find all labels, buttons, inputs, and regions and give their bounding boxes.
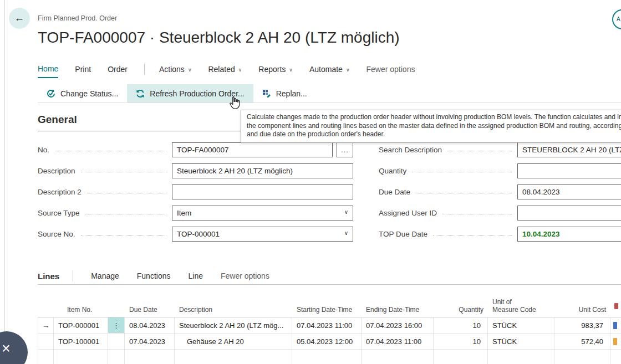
dotted-leader (447, 151, 512, 151)
lines-fewer-options-link[interactable]: Fewer options (221, 271, 269, 280)
cell-item-no[interactable]: TOP-000001 (54, 317, 108, 334)
ribbon-menu: Home Print Order Actions∨ Related∨ Repor… (38, 64, 431, 78)
assigned-user-label: Assigned User ID (379, 209, 437, 217)
lines-menu-manage[interactable]: Manage (91, 271, 119, 280)
tab-print[interactable]: Print (75, 65, 91, 78)
header-unit-cost[interactable]: Unit Cost (554, 297, 610, 317)
dotted-leader (87, 193, 166, 193)
description-field[interactable] (172, 163, 353, 178)
row-selected-icon: → (38, 317, 54, 334)
header-item-no[interactable]: Item No. (54, 297, 108, 317)
dotted-leader (55, 151, 166, 151)
cell-due-date[interactable]: 07.04.2023 (125, 334, 175, 350)
search-description-field[interactable] (517, 142, 621, 157)
cell-ending[interactable]: 07.04.2023 11:00 (362, 334, 434, 350)
header-starting[interactable]: Starting Date-Time (292, 297, 362, 317)
refresh-tooltip: Calculate changes made to the production… (241, 110, 621, 143)
dotted-leader (412, 172, 512, 172)
header-select-col (38, 297, 54, 317)
field-row-description: Description (38, 160, 353, 181)
row-select-cell[interactable] (38, 334, 54, 350)
source-type-label: Source Type (38, 209, 80, 217)
fewer-options-link[interactable]: Fewer options (366, 65, 415, 78)
tab-reports[interactable]: Reports∨ (258, 65, 293, 78)
field-row-source-no: Source No. ∨ (38, 223, 353, 244)
tab-automate[interactable]: Automate∨ (309, 65, 350, 78)
avatar[interactable]: A (612, 9, 621, 29)
chevron-down-icon[interactable]: ∨ (344, 230, 348, 236)
action-bar-divider (38, 102, 621, 103)
field-row-quantity: Quantity (379, 160, 621, 181)
description2-field[interactable] (172, 184, 353, 199)
cell-description[interactable]: Steuerblock 2 AH 20 (LTZ mög... (175, 317, 292, 334)
cell-starting[interactable]: 07.04.2023 11:00 (292, 317, 362, 334)
due-date-field[interactable] (517, 184, 621, 199)
cell-ending[interactable]: 07.04.2023 16:00 (362, 317, 434, 334)
assigned-user-field[interactable] (517, 206, 621, 221)
cell-quantity[interactable]: 10 (434, 317, 488, 334)
cell-starting[interactable]: 05.04.2023 12:00 (292, 334, 362, 350)
action-bar: Change Status... Refresh Production Orde… (38, 84, 316, 102)
row-more-icon[interactable]: ⋮ (108, 317, 125, 334)
close-icon: × (2, 340, 11, 357)
tab-home[interactable]: Home (38, 64, 58, 78)
description2-label: Description 2 (38, 188, 82, 196)
dotted-leader (442, 214, 512, 214)
top-due-date-field[interactable] (517, 227, 621, 242)
cell-unit-cost[interactable]: 572,40 (554, 334, 610, 350)
menu-divider (144, 64, 145, 75)
header-ending[interactable]: Ending Date-Time (362, 297, 434, 317)
field-row-top-due-date: TOP Due Date (379, 223, 621, 244)
replan-button[interactable]: Replan... (253, 84, 316, 102)
header-uom[interactable]: Unit of Measure Code (488, 297, 554, 317)
cell-uom[interactable]: STÜCK (488, 334, 554, 350)
cell-due-date[interactable]: 08.04.2023 (125, 317, 175, 334)
search-description-label: Search Description (379, 146, 442, 154)
lines-menu-line[interactable]: Line (188, 271, 202, 280)
lines-section-underline (38, 284, 621, 285)
refresh-icon (136, 89, 145, 98)
row-more-cell[interactable] (108, 334, 125, 350)
dotted-leader (85, 214, 166, 214)
table-row-empty[interactable] (38, 350, 621, 364)
dotted-leader (433, 235, 512, 235)
dotted-leader (416, 193, 512, 193)
tab-actions[interactable]: Actions∨ (159, 65, 192, 78)
field-row-description2: Description 2 (38, 181, 353, 202)
back-arrow-icon: ← (14, 12, 25, 24)
table-row[interactable]: TOP-100001 07.04.2023 Gehäuse 2 AH 20 05… (38, 334, 621, 350)
close-panel-fab[interactable]: × (0, 331, 28, 364)
due-date-label: Due Date (379, 188, 410, 196)
top-due-date-label: TOP Due Date (379, 230, 427, 238)
cell-unit-cost[interactable]: 983,37 (554, 317, 610, 334)
assist-edit-button[interactable]: ... (337, 142, 353, 157)
tab-order[interactable]: Order (108, 65, 128, 78)
cell-quantity[interactable]: 10 (434, 334, 488, 350)
header-quantity[interactable]: Quantity (434, 297, 488, 317)
replan-icon (262, 89, 271, 98)
tab-related[interactable]: Related∨ (208, 65, 242, 78)
clipped-header-fragment (614, 303, 618, 309)
back-button[interactable]: ← (9, 8, 30, 29)
source-type-select[interactable] (172, 206, 353, 221)
header-more-col (108, 297, 125, 317)
cell-item-no[interactable]: TOP-100001 (54, 334, 108, 350)
change-status-icon (47, 89, 55, 98)
cell-description[interactable]: Gehäuse 2 AH 20 (175, 334, 292, 350)
description-label: Description (38, 167, 75, 175)
header-description[interactable]: Description (175, 297, 292, 317)
chevron-down-icon[interactable]: ∨ (344, 209, 348, 215)
clipped-cell-fragment (613, 322, 617, 329)
change-status-button[interactable]: Change Status... (38, 84, 127, 102)
table-row[interactable]: → TOP-000001 ⋮ 08.04.2023 Steuerblock 2 … (38, 317, 621, 334)
cell-uom[interactable]: STÜCK (488, 317, 554, 334)
no-field[interactable] (172, 142, 333, 157)
quantity-field[interactable] (517, 163, 621, 178)
chevron-down-icon: ∨ (289, 67, 293, 73)
lines-menu-functions[interactable]: Functions (137, 271, 171, 280)
general-section-title: General (38, 114, 77, 126)
source-no-select[interactable] (172, 227, 353, 242)
table-header-row: Item No. Due Date Description Starting D… (38, 297, 621, 317)
header-due-date[interactable]: Due Date (125, 297, 175, 317)
chevron-down-icon: ∨ (188, 67, 192, 73)
